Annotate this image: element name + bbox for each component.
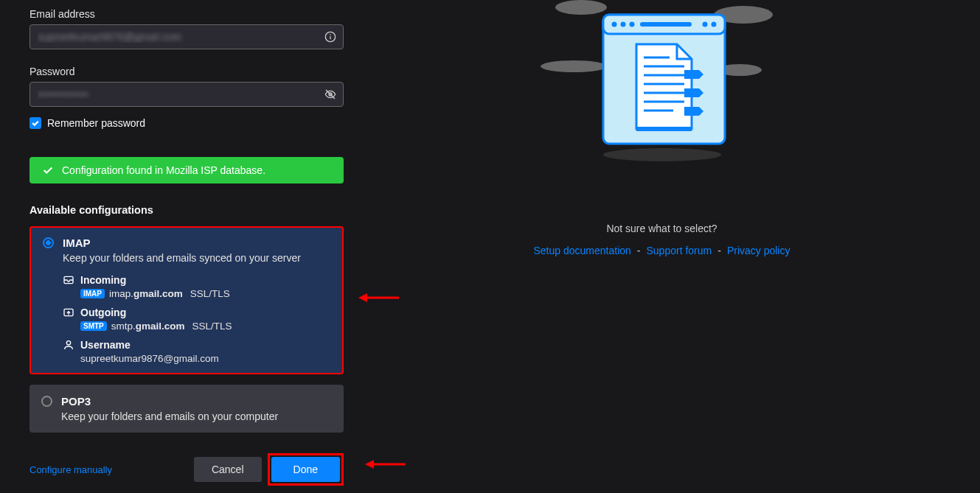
- configure-manually-link[interactable]: Configure manually: [29, 464, 112, 475]
- done-highlight: Done: [268, 453, 344, 486]
- svg-point-20: [702, 22, 707, 27]
- success-message: Configuration found in Mozilla ISP datab…: [62, 164, 265, 176]
- password-input[interactable]: [29, 82, 344, 107]
- support-forum-link[interactable]: Support forum: [647, 245, 712, 256]
- imap-desc: Keep your folders and emails synced on y…: [63, 252, 330, 264]
- svg-rect-19: [640, 22, 692, 27]
- username-value: supreetkumar9876@gmail.com: [80, 353, 330, 364]
- email-input[interactable]: [29, 24, 344, 49]
- incoming-ssl: SSL/TLS: [190, 288, 230, 299]
- imap-radio-row: IMAP: [43, 237, 330, 249]
- inbox-icon: [63, 274, 74, 286]
- outgoing-ssl: SSL/TLS: [192, 321, 232, 332]
- help-links: Setup documentation - Support forum - Pr…: [534, 245, 790, 256]
- svg-marker-31: [358, 293, 367, 302]
- outbox-icon: [63, 307, 74, 318]
- configs-title: Available configurations: [29, 204, 344, 216]
- imap-radio[interactable]: [43, 237, 54, 248]
- buttons-row: Configure manually Cancel Done: [29, 453, 344, 486]
- outgoing-label: Outgoing: [80, 307, 126, 318]
- pop3-desc: Keep your folders and emails on your com…: [61, 410, 332, 422]
- config-option-imap[interactable]: IMAP Keep your folders and emails synced…: [29, 226, 344, 374]
- imap-badge: IMAP: [80, 289, 105, 298]
- account-setup-form: Email address Password Remember password…: [0, 0, 344, 493]
- setup-docs-link[interactable]: Setup documentation: [534, 245, 631, 256]
- not-sure-prompt: Not sure what to select?: [606, 223, 717, 234]
- smtp-badge: SMTP: [80, 321, 107, 331]
- right-panel: Not sure what to select? Setup documenta…: [344, 0, 980, 493]
- remember-password-checkbox[interactable]: [29, 117, 41, 129]
- pop3-title: POP3: [61, 395, 91, 408]
- outgoing-detail: SMTP smtp.gmail.com SSL/TLS: [80, 321, 330, 332]
- annotation-arrow-icon: [365, 457, 406, 472]
- incoming-detail: IMAP imap.gmail.com SSL/TLS: [80, 288, 330, 299]
- password-label: Password: [29, 66, 344, 77]
- illustration: [529, 0, 795, 162]
- svg-point-9: [555, 0, 607, 15]
- success-banner: Configuration found in Mozilla ISP datab…: [29, 157, 344, 183]
- svg-point-8: [66, 341, 70, 345]
- svg-rect-29: [636, 127, 692, 131]
- svg-point-12: [541, 60, 607, 72]
- eye-off-icon[interactable]: [324, 88, 336, 100]
- remember-password-label: Remember password: [47, 117, 145, 129]
- user-icon: [63, 339, 74, 351]
- pop3-radio[interactable]: [41, 396, 52, 407]
- config-option-pop3[interactable]: POP3 Keep your folders and emails on you…: [29, 385, 344, 433]
- email-label: Email address: [29, 8, 344, 20]
- email-input-wrap: [29, 24, 344, 49]
- password-input-wrap: [29, 82, 344, 107]
- svg-point-21: [711, 22, 716, 27]
- svg-point-18: [629, 22, 634, 27]
- imap-details: Incoming IMAP imap.gmail.com SSL/TLS Out…: [63, 274, 330, 364]
- remember-password-row: Remember password: [29, 117, 344, 129]
- svg-point-17: [620, 22, 625, 27]
- done-button[interactable]: Done: [271, 457, 340, 482]
- privacy-policy-link[interactable]: Privacy policy: [727, 245, 790, 256]
- svg-point-2: [330, 34, 331, 35]
- pop3-radio-row: POP3: [41, 395, 332, 408]
- cancel-button[interactable]: Cancel: [194, 457, 262, 482]
- incoming-label: Incoming: [80, 274, 126, 286]
- username-label: Username: [80, 339, 131, 351]
- check-icon: [43, 165, 53, 175]
- svg-marker-33: [365, 460, 374, 469]
- svg-point-13: [603, 148, 721, 161]
- info-icon[interactable]: [324, 31, 336, 43]
- annotation-arrow-icon: [358, 290, 399, 305]
- svg-point-16: [611, 22, 616, 27]
- imap-title: IMAP: [63, 237, 91, 249]
